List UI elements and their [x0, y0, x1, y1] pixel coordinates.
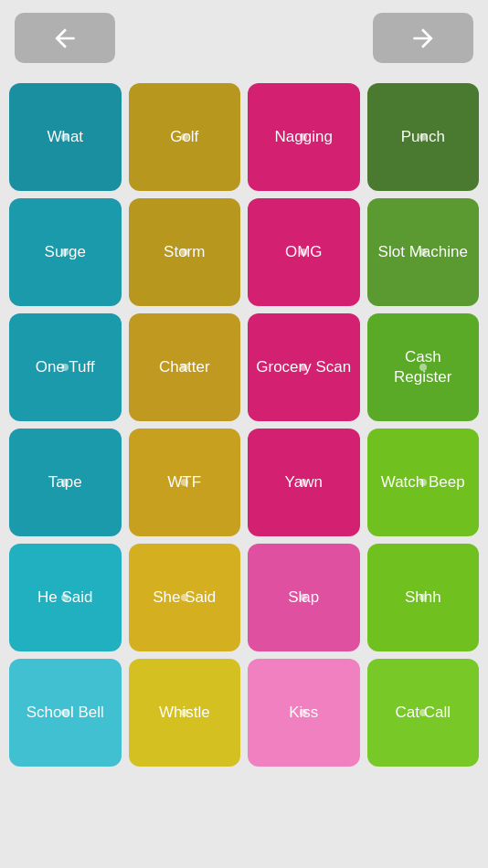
- sound-button-what[interactable]: What: [9, 83, 122, 191]
- forward-button[interactable]: [373, 13, 473, 63]
- sound-button-golf[interactable]: Golf: [129, 83, 241, 191]
- back-arrow-icon: [50, 24, 80, 53]
- sound-button-nagging[interactable]: Nagging: [248, 83, 360, 191]
- sound-button-slap[interactable]: Slap: [248, 544, 360, 651]
- sound-button-storm[interactable]: Storm: [129, 198, 241, 306]
- sound-button-wtf[interactable]: WTF: [129, 429, 241, 536]
- sound-button-chatter[interactable]: Chatter: [129, 313, 241, 421]
- sound-button-he-said[interactable]: He Said: [9, 544, 122, 651]
- sound-button-slot-machine[interactable]: Slot Machine: [367, 198, 480, 306]
- sound-button-shhh[interactable]: Shhh: [367, 544, 480, 651]
- sound-button-tape[interactable]: Tape: [9, 429, 122, 536]
- top-navigation: [0, 0, 488, 76]
- sound-button-whistle[interactable]: Whistle: [129, 659, 241, 767]
- sound-button-cat-call[interactable]: Cat Call: [367, 659, 480, 767]
- sound-grid: WhatGolfNaggingPunchSurgeStormOMGSlot Ma…: [0, 76, 488, 774]
- sound-button-yawn[interactable]: Yawn: [248, 429, 360, 536]
- sound-button-kiss[interactable]: Kiss: [248, 659, 360, 767]
- sound-button-omg[interactable]: OMG: [248, 198, 360, 306]
- forward-arrow-icon: [408, 24, 438, 53]
- sound-button-cash-register[interactable]: Cash Register: [367, 313, 480, 421]
- sound-button-grocery-scan[interactable]: Grocery Scan: [248, 313, 360, 421]
- sound-button-surge[interactable]: Surge: [9, 198, 122, 306]
- sound-button-one-tuff[interactable]: One Tuff: [9, 313, 122, 421]
- sound-button-watch-beep[interactable]: Watch Beep: [367, 429, 480, 536]
- sound-button-school-bell[interactable]: School Bell: [9, 659, 122, 767]
- back-button[interactable]: [15, 13, 115, 63]
- sound-button-she-said[interactable]: She Said: [129, 544, 241, 651]
- sound-button-punch[interactable]: Punch: [367, 83, 480, 191]
